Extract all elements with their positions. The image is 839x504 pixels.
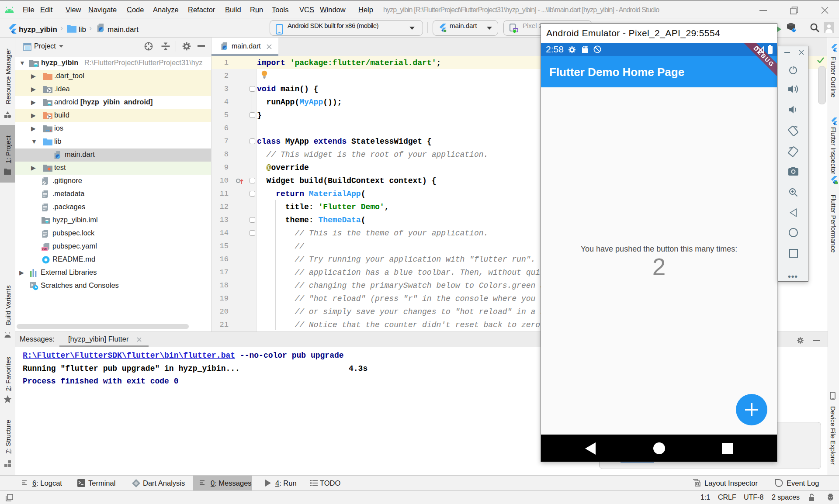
svg-text:YML: YML (42, 248, 48, 251)
